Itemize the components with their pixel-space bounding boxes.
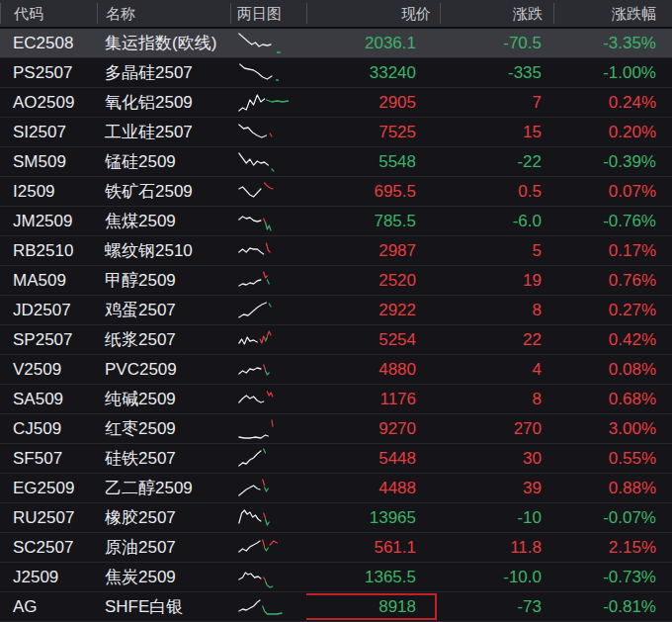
cell-sparkline	[230, 535, 306, 561]
cell-code: JD2507	[0, 301, 97, 320]
cell-price: 5548	[306, 147, 440, 176]
cell-price: 2922	[306, 296, 440, 324]
table-row[interactable]: SF507 硅铁2507 5448 30 0.55%	[0, 444, 672, 474]
table-row[interactable]: EG2509 乙二醇2509 4488 39 0.88%	[0, 474, 672, 503]
cell-change-pct: -1.00%	[553, 63, 672, 83]
cell-price: 1176	[306, 385, 440, 413]
two-day-sparkline-chart	[237, 594, 306, 620]
table-row[interactable]: SP2507 纸浆2507 5254 22 0.42%	[0, 325, 672, 355]
table-row[interactable]: J2509 焦炭2509 1365.5 -10.0 -0.73%	[0, 563, 672, 592]
cell-code: JM2509	[0, 212, 97, 231]
cell-name: 氧化铝2509	[97, 91, 230, 114]
header-change[interactable]: 涨跌	[440, 3, 553, 24]
table-row[interactable]: AG SHFE白银 8918 -73 -0.81%	[0, 592, 672, 622]
cell-sparkline	[230, 31, 306, 56]
cell-sparkline	[230, 565, 306, 590]
cell-price: 9270	[306, 414, 440, 443]
cell-change: 8	[440, 390, 553, 409]
cell-change-pct: 0.42%	[553, 330, 672, 350]
cell-code: SA509	[0, 390, 97, 409]
cell-price: 695.5	[306, 177, 440, 206]
cell-name: 乙二醇2509	[97, 477, 230, 499]
cell-change-pct: 0.68%	[553, 390, 672, 409]
cell-name: 原油2507	[97, 536, 230, 559]
table-row[interactable]: JD2507 鸡蛋2507 2922 8 0.27%	[0, 296, 672, 325]
cell-code: SC2507	[0, 538, 97, 558]
cell-sparkline	[230, 298, 306, 323]
two-day-sparkline-chart	[237, 357, 306, 383]
cell-code: PS2507	[0, 63, 97, 83]
cell-sparkline	[230, 268, 306, 294]
cell-price: 13965	[306, 503, 440, 532]
cell-name: 铁矿石2509	[97, 180, 230, 203]
table-row[interactable]: SM509 锰硅2509 5548 -22 -0.39%	[0, 147, 672, 177]
cell-change: -70.5	[440, 34, 553, 53]
table-row[interactable]: RU2507 橡胶2507 13965 -10 -0.07%	[0, 503, 672, 533]
cell-price: 33240	[306, 58, 440, 87]
two-day-sparkline-chart	[237, 120, 306, 145]
cell-name: 纯碱2509	[97, 388, 230, 410]
header-name[interactable]: 名称	[97, 3, 230, 24]
table-row[interactable]: MA509 甲醇2509 2520 19 0.76%	[0, 266, 672, 296]
cell-change-pct: -0.76%	[553, 212, 672, 231]
table-row[interactable]: AO2509 氧化铝2509 2905 7 0.24%	[0, 88, 672, 118]
table-header: 代码 名称 两日图 现价 涨跌 涨跌幅	[0, 0, 672, 29]
cell-sparkline	[230, 179, 306, 205]
cell-change-pct: 0.76%	[553, 271, 672, 291]
cell-price: 2520	[306, 266, 440, 295]
cell-sparkline	[230, 505, 306, 531]
table-row[interactable]: JM2509 焦煤2509 785.5 -6.0 -0.76%	[0, 207, 672, 236]
cell-change-pct: -3.35%	[553, 34, 672, 53]
cell-change-pct: -0.81%	[553, 597, 672, 617]
cell-name: 红枣2509	[97, 417, 230, 440]
cell-change: -10	[440, 508, 553, 528]
cell-name: 集运指数(欧线)	[97, 32, 230, 54]
cell-code: MA509	[0, 271, 97, 291]
cell-change-pct: 2.15%	[553, 538, 672, 558]
table-row[interactable]: CJ509 红枣2509 9270 270 3.00%	[0, 414, 672, 444]
cell-change: 39	[440, 479, 553, 498]
cell-change-pct: 0.20%	[553, 123, 672, 142]
cell-sparkline	[230, 327, 306, 353]
table-row[interactable]: SI2507 工业硅2507 7525 15 0.20%	[0, 118, 672, 147]
header-price[interactable]: 现价	[306, 3, 440, 24]
cell-name: 焦炭2509	[97, 566, 230, 588]
table-row[interactable]: SC2507 原油2507 561.1 11.8 2.15%	[0, 533, 672, 563]
header-change-pct[interactable]: 涨跌幅	[553, 3, 672, 24]
table-row[interactable]: RB2510 螺纹钢2510 2987 5 0.17%	[0, 236, 672, 266]
table-row[interactable]: EC2508 集运指数(欧线) 2036.1 -70.5 -3.35%	[0, 29, 672, 58]
cell-code: SI2507	[0, 123, 97, 142]
cell-change: 7	[440, 93, 553, 113]
cell-sparkline	[230, 149, 306, 175]
table-row[interactable]: SA509 纯碱2509 1176 8 0.68%	[0, 385, 672, 414]
cell-name: PVC2509	[97, 360, 230, 380]
table-row[interactable]: I2509 铁矿石2509 695.5 0.5 0.07%	[0, 177, 672, 207]
cell-sparkline	[230, 90, 306, 116]
cell-change-pct: 0.17%	[553, 241, 672, 261]
header-code[interactable]: 代码	[0, 3, 97, 24]
two-day-sparkline-chart	[237, 327, 306, 353]
cell-change: 15	[440, 123, 553, 142]
table-row[interactable]: V2509 PVC2509 4880 4 0.08%	[0, 355, 672, 385]
two-day-sparkline-chart	[237, 90, 306, 116]
cell-change: -73	[440, 597, 553, 617]
two-day-sparkline-chart	[237, 238, 306, 264]
cell-change-pct: 0.07%	[553, 182, 672, 202]
cell-name: 螺纹钢2510	[97, 239, 230, 262]
cell-sparkline	[230, 60, 306, 86]
cell-change-pct: 0.55%	[553, 449, 672, 469]
cell-change: 8	[440, 301, 553, 320]
cell-name: 焦煤2509	[97, 210, 230, 232]
cell-code: V2509	[0, 360, 97, 380]
header-two-day-chart[interactable]: 两日图	[230, 3, 306, 24]
cell-sparkline	[230, 209, 306, 234]
cell-code: EC2508	[0, 34, 97, 53]
table-row[interactable]: PS2507 多晶硅2507 33240 -335 -1.00%	[0, 58, 672, 88]
cell-change-pct: -0.07%	[553, 508, 672, 528]
cell-sparkline	[230, 476, 306, 501]
cell-change-pct: 3.00%	[553, 419, 672, 439]
cell-price: 4880	[306, 355, 440, 384]
cell-change: 270	[440, 419, 553, 439]
cell-price: 7525	[306, 118, 440, 146]
cell-price: 2036.1	[306, 29, 440, 57]
